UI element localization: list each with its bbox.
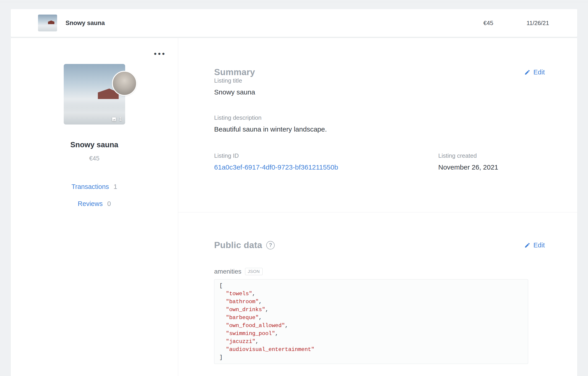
header-listing-price: €45 xyxy=(483,20,493,27)
listing-title-value: Snowy sauna xyxy=(214,88,545,96)
listing-id-link[interactable]: 61a0c3ef-6917-4df0-9723-bf361211550b xyxy=(214,163,438,171)
listing-title-label: Listing title xyxy=(214,77,545,84)
listing-id-label: Listing ID xyxy=(214,152,438,159)
listing-created-label: Listing created xyxy=(438,152,545,159)
listing-created-value: November 26, 2021 xyxy=(438,163,545,171)
more-actions-button[interactable]: ••• xyxy=(154,50,166,58)
pencil-icon xyxy=(524,242,530,248)
reviews-count: 0 xyxy=(107,200,111,207)
public-data-section-head: Public data ? Edit xyxy=(214,240,545,250)
amenities-label: amenities xyxy=(214,268,242,275)
edit-summary-label: Edit xyxy=(533,68,545,76)
listing-detail-page: Snowy sauna €45 11/26/21 ••• 1 Snowy sau… xyxy=(0,0,588,376)
listing-detail-card: ••• 1 Snowy sauna €45 Transactions 1 xyxy=(11,38,577,376)
listing-description-label: Listing description xyxy=(214,114,545,121)
summary-heading: Summary xyxy=(214,67,255,77)
listing-description-field: Listing description Beautiful sauna in w… xyxy=(214,114,545,133)
image-count-badge: 1 xyxy=(111,116,122,122)
help-icon[interactable]: ? xyxy=(266,241,275,249)
edit-public-data-label: Edit xyxy=(533,241,545,249)
amenities-json-block[interactable]: [ "towels", "bathroom", "own_drinks", "b… xyxy=(214,279,528,364)
sidebar-links: Transactions 1 Reviews 0 xyxy=(11,183,178,208)
transactions-row: Transactions 1 xyxy=(11,183,178,191)
image-count-value: 1 xyxy=(119,116,122,122)
listing-id-field: Listing ID 61a0c3ef-6917-4df0-9723-bf361… xyxy=(214,152,438,171)
public-data-section: Public data ? Edit amenities JSON [ "tow… xyxy=(178,212,577,376)
photo-icon xyxy=(111,117,117,122)
public-data-heading: Public data ? xyxy=(214,240,275,250)
listing-description-value: Beautiful sauna in wintery landscape. xyxy=(214,125,545,133)
header-listing-title: Snowy sauna xyxy=(65,20,105,27)
listing-header-bar[interactable]: Snowy sauna €45 11/26/21 xyxy=(11,9,577,37)
listing-main-image[interactable]: 1 xyxy=(64,64,125,125)
edit-public-data-button[interactable]: Edit xyxy=(524,241,545,249)
listing-detail-main: Summary Edit Listing title Snowy sauna L… xyxy=(178,38,577,376)
sidebar-listing-price: €45 xyxy=(11,155,178,162)
listing-created-field: Listing created November 26, 2021 xyxy=(438,152,545,171)
sidebar-listing-title: Snowy sauna xyxy=(11,140,178,149)
listing-sidebar: ••• 1 Snowy sauna €45 Transactions 1 xyxy=(11,38,178,376)
transactions-link[interactable]: Transactions xyxy=(72,183,109,190)
author-avatar[interactable] xyxy=(112,71,137,96)
listing-title-field: Listing title Snowy sauna xyxy=(214,77,545,96)
summary-section: Summary Edit Listing title Snowy sauna L… xyxy=(178,38,577,212)
cabin-shape xyxy=(48,21,54,24)
pencil-icon xyxy=(524,69,530,75)
public-data-heading-text: Public data xyxy=(214,240,262,250)
reviews-link[interactable]: Reviews xyxy=(78,200,103,207)
listing-thumbnail-image xyxy=(38,15,57,32)
listing-image-wrapper: 1 xyxy=(64,64,125,125)
listing-meta-row: Listing ID 61a0c3ef-6917-4df0-9723-bf361… xyxy=(214,152,545,171)
amenities-attribute-row: amenities JSON xyxy=(214,268,545,275)
json-type-badge: JSON xyxy=(245,268,262,275)
reviews-row: Reviews 0 xyxy=(11,200,178,208)
summary-section-head: Summary Edit xyxy=(214,67,545,77)
header-listing-date: 11/26/21 xyxy=(526,20,549,27)
transactions-count: 1 xyxy=(114,183,117,190)
edit-summary-button[interactable]: Edit xyxy=(524,68,545,76)
